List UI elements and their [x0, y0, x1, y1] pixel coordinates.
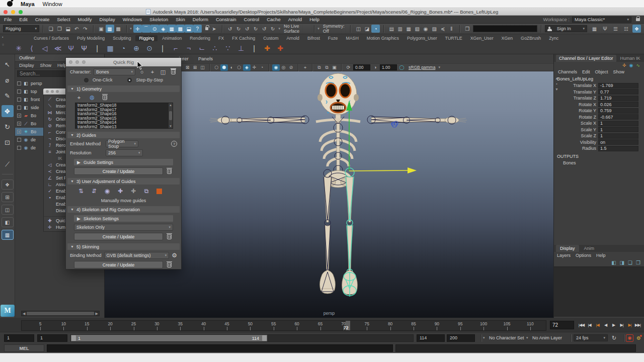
expand-toggle[interactable]: + — [17, 122, 21, 126]
channel-row[interactable]: Scale Y 1 — [554, 127, 644, 133]
playback-button[interactable]: |◀◀ — [578, 320, 585, 330]
shelf-tool-icon[interactable]: ¬ — [183, 43, 194, 54]
lock-selection-icon[interactable] — [205, 27, 208, 30]
playback-button[interactable]: ◀ — [602, 320, 609, 330]
menubar-item[interactable]: Skeleton — [149, 17, 168, 22]
skinning-create-update-button[interactable]: Create / Update — [74, 261, 163, 268]
channel-value-field[interactable]: 0.759 — [598, 108, 638, 114]
layer-menu-item[interactable]: Help — [596, 253, 606, 258]
apple-logo-icon[interactable] — [7, 1, 13, 7]
render-view-icon[interactable]: ◫ — [354, 25, 363, 33]
channel-value-field[interactable]: 1 — [598, 121, 638, 126]
shelf-tab[interactable]: Rigging — [135, 35, 157, 41]
channel-row[interactable]: Translate X -1.769 — [554, 82, 644, 89]
channelbox-tool-icon[interactable]: ∿ — [636, 63, 640, 68]
channel-row[interactable]: Translate Z 1.719 — [554, 95, 644, 102]
shelf-tab[interactable]: Curves / Surfaces — [30, 35, 72, 41]
skinning-delete-icon[interactable] — [167, 262, 172, 267]
traffic-lights[interactable] — [4, 10, 23, 14]
guide-adjust-icon[interactable]: ✚ — [115, 187, 125, 196]
tab-human-ik[interactable]: Human IK — [617, 55, 643, 62]
resolution-dropdown[interactable]: 256▾ — [106, 149, 143, 156]
tool-icon[interactable]: ✎ — [2, 89, 14, 102]
construction-history-icon[interactable]: ↻ — [269, 25, 277, 33]
snap-icon[interactable]: ◈ — [159, 25, 168, 33]
gamma-field[interactable]: 1.00 — [380, 64, 397, 70]
layer-list[interactable] — [554, 266, 644, 317]
time-slider-track[interactable]: 5101520253035404550556065707580859095100… — [21, 320, 546, 331]
expand-toggle[interactable] — [17, 81, 21, 85]
macos-app-menu[interactable]: Maya — [21, 1, 35, 7]
construction-history-icon[interactable]: ↺ — [226, 25, 234, 33]
shelf-tool-icon[interactable]: Ψ — [65, 43, 76, 54]
expand-toggle[interactable]: + — [17, 114, 21, 118]
section-skeleton-rig[interactable]: ▼4) Skeleton and Rig Generation — [67, 206, 180, 213]
tool-icon[interactable]: ↖ — [2, 58, 14, 70]
shelf-tool-icon[interactable]: ⟨ — [26, 43, 37, 54]
shelf-tool-icon[interactable]: | — [92, 43, 103, 54]
menubar-item[interactable]: Control — [244, 17, 260, 22]
outliner-hscrollbar[interactable]: ◀▶ — [21, 311, 100, 316]
menubar-item[interactable]: Skin — [176, 17, 185, 22]
one-click-label[interactable]: One-Click — [93, 77, 113, 82]
menubar-item[interactable]: File — [4, 17, 12, 22]
shelf-tab[interactable]: MASH — [342, 35, 362, 41]
skeleton-mode-dropdown[interactable]: Skeleton Only▾ — [74, 224, 173, 231]
workspace-dropdown[interactable]: Maya Classic*▾ — [572, 17, 631, 23]
sidebar-toggle-icon[interactable]: Ψ — [601, 25, 609, 33]
selection-mask-icon[interactable]: ▩ — [114, 25, 123, 33]
viewport-isolate-icon[interactable]: ⌖ — [301, 64, 309, 71]
render-view-icon[interactable]: ◔ — [371, 25, 380, 33]
animation-prefs-icon[interactable]: ⚙ — [635, 334, 642, 342]
snap-icon[interactable]: ? — [193, 25, 202, 33]
range-slider-track[interactable]: 1 114 — [70, 334, 414, 342]
viewport-cam-icon[interactable]: ⊠ — [184, 64, 191, 71]
viewport-shading-icon[interactable]: ◈ — [243, 64, 251, 71]
snap-icon[interactable]: ▦ — [168, 25, 176, 33]
shelf-tool-icon[interactable]: ▦ — [105, 43, 116, 54]
render-option-icon[interactable]: ◉ — [422, 25, 430, 33]
expand-toggle[interactable]: + — [17, 130, 21, 134]
file-op-icon[interactable]: ⬓ — [64, 25, 72, 33]
step-by-step-label[interactable]: Step-By-Step — [136, 77, 163, 82]
shelf-tab[interactable]: FX — [215, 35, 227, 41]
shelf-tab[interactable]: FX Caching — [228, 35, 259, 41]
clear-geometry-icon[interactable] — [103, 95, 107, 100]
render-option-icon[interactable]: ▨ — [430, 25, 439, 33]
one-click-radio[interactable] — [84, 78, 89, 82]
shelf-tool-icon[interactable]: ⌐ — [170, 43, 181, 54]
range-slider-bar[interactable]: 1 114 — [71, 335, 267, 341]
layout-preset-button[interactable]: ◧ — [2, 217, 14, 227]
shelf-tab[interactable]: Motion Graphics — [363, 35, 403, 41]
viewport-xray-icon[interactable]: ⧉ — [323, 64, 331, 71]
guide-color-swatch[interactable] — [156, 189, 162, 194]
playback-button[interactable]: ▶| — [618, 320, 625, 330]
window-controls[interactable] — [69, 60, 86, 64]
shelf-tool-icon[interactable]: ◔ — [118, 43, 129, 54]
viewport-shading-icon[interactable]: ⬡ — [213, 64, 220, 71]
shelf-tool-icon[interactable]: ∴ — [209, 43, 220, 54]
viewport-lighting-icon[interactable]: ◎ — [280, 64, 287, 71]
sidebar-toggle-icon[interactable]: ☷ — [622, 25, 630, 33]
layout-preset-button[interactable]: ⊞ — [2, 192, 14, 202]
menubar-item[interactable]: Cache — [267, 17, 280, 22]
channel-value-field[interactable]: 0.026 — [598, 102, 638, 107]
playback-end-field[interactable]: 114 — [417, 334, 445, 342]
shelf-tab[interactable]: Zync — [545, 35, 562, 41]
shelf-tool-icon[interactable]: ✳ — [13, 43, 24, 54]
channel-value-field[interactable]: 1.5 — [598, 146, 638, 151]
add-geometry-icon[interactable]: + — [75, 95, 83, 101]
anim-end-field[interactable]: 200 — [447, 334, 475, 342]
range-start-handle[interactable] — [71, 335, 76, 341]
shelf-tab[interactable]: Polygons_User — [404, 35, 441, 41]
channel-value-field[interactable]: 1 — [598, 127, 638, 132]
render-view-icon[interactable]: ◪ — [363, 25, 371, 33]
layer-menu-item[interactable]: Layers — [557, 253, 571, 258]
snap-icon[interactable]: ⊙ — [150, 25, 159, 33]
pane-resize-arrows[interactable]: ▲•▼ — [555, 76, 558, 91]
gamma-icon[interactable]: ◑ — [371, 64, 379, 71]
character-set-dropdown[interactable]: No Character Set — [489, 335, 524, 340]
select-geometry-icon[interactable]: ◍ — [88, 94, 96, 101]
file-op-icon[interactable]: ↶ — [72, 25, 81, 33]
shelf-tool-icon[interactable]: ≪ — [52, 43, 63, 54]
